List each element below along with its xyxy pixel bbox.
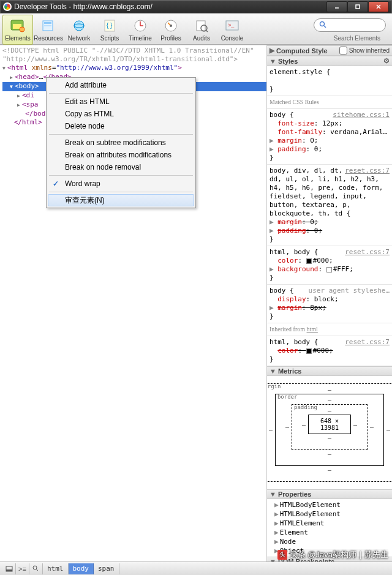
profiles-icon: [162, 17, 180, 34]
search-toggle[interactable]: [29, 563, 43, 574]
ctx-word-wrap[interactable]: ✓Word wrap: [48, 178, 194, 190]
gear-icon[interactable]: ⚙: [383, 57, 390, 65]
elements-tree[interactable]: <!DOCTYPE html PUBLIC "-//W3C//DTD XHTML…: [0, 45, 266, 562]
tab-resources[interactable]: Resources: [33, 15, 64, 45]
search-box[interactable]: Search Elements: [314, 18, 386, 32]
svg-point-19: [170, 24, 172, 27]
crumb-body[interactable]: body: [69, 563, 94, 574]
prop-item[interactable]: ▶Node: [267, 537, 392, 546]
crumb-span[interactable]: span: [94, 563, 119, 574]
svg-text:{ }: { }: [107, 22, 113, 29]
rule-reset2[interactable]: html, body {reset.css:7 color: #000; ▶ b…: [267, 246, 392, 285]
ctx-break-subtree[interactable]: Break on subtree modifications: [48, 137, 194, 149]
ctx-add-attribute[interactable]: Add attribute: [48, 79, 194, 91]
crumb-html[interactable]: html: [43, 563, 69, 574]
ctx-sep: [49, 134, 193, 135]
inherited-header: Inherited from html: [267, 323, 392, 336]
dom-html[interactable]: <html xmlns="http://www.w3.org/1999/xhtm…: [2, 64, 266, 73]
svg-rect-1: [356, 5, 360, 9]
tab-elements[interactable]: Elements: [2, 15, 33, 45]
rule-reset1[interactable]: body, div, dl, dt,reset.css:7 dd, ul, ol…: [267, 165, 392, 246]
network-icon: [70, 17, 88, 34]
svg-point-6: [20, 27, 24, 32]
attribution-watermark: 头头条 @Java架构师｜苏先生: [277, 549, 388, 560]
tab-console[interactable]: >_ Console: [217, 15, 247, 45]
prop-item[interactable]: ▶HTMLBodyElement: [267, 500, 392, 509]
section-computed[interactable]: ▶Computed StyleShow inherited: [267, 45, 392, 56]
prop-item[interactable]: ▶HTMLBodyElement: [267, 509, 392, 519]
rule-inherited[interactable]: html, body {reset.css:7 color: #000;}: [267, 336, 392, 366]
svg-point-10: [74, 21, 84, 31]
ctx-sep: [49, 93, 193, 94]
tab-timeline[interactable]: Timeline: [125, 15, 156, 45]
timeline-icon: [131, 17, 149, 34]
elements-icon: [9, 17, 27, 34]
ctx-edit-html[interactable]: Edit as HTML: [48, 96, 194, 108]
search-hint: Search Elements: [334, 35, 380, 42]
toutiao-icon: 头: [277, 550, 287, 560]
tab-audits[interactable]: Audits: [186, 15, 217, 45]
rule-body[interactable]: body {sitehome.css:1 font-size: 12px; fo…: [267, 109, 392, 165]
ctx-delete-node[interactable]: Delete node: [48, 120, 194, 132]
minimize-button[interactable]: [326, 1, 347, 12]
window-titlebar: Developer Tools - http://www.cnblogs.com…: [0, 0, 392, 13]
svg-line-22: [206, 30, 208, 32]
rule-ua[interactable]: body {user agent styleshe… display: bloc…: [267, 285, 392, 323]
section-properties[interactable]: ▼Properties: [267, 489, 392, 499]
maximize-button[interactable]: [347, 1, 368, 12]
ctx-sep: [49, 175, 193, 176]
metrics-content: 648 × 13981: [308, 415, 351, 434]
resources-icon: [39, 17, 58, 34]
matched-header: Matched CSS Rules: [267, 96, 392, 109]
tab-profiles[interactable]: Profiles: [156, 15, 186, 45]
dock-button[interactable]: [2, 563, 16, 574]
scripts-icon: { }: [100, 17, 119, 34]
svg-point-25: [320, 22, 325, 26]
close-button[interactable]: [368, 1, 389, 12]
dom-doctype[interactable]: <!DOCTYPE html PUBLIC "-//W3C//DTD XHTML…: [2, 47, 266, 64]
prop-item[interactable]: ▶Element: [267, 528, 392, 537]
audits-icon: [192, 17, 211, 34]
status-bar: >≡ html body span: [0, 562, 392, 575]
ctx-copy-html[interactable]: Copy as HTML: [48, 108, 194, 120]
ctx-break-attrs[interactable]: Break on attributes modifications: [48, 149, 194, 161]
chrome-icon: [3, 2, 12, 11]
properties-list: ▶HTMLBodyElement ▶HTMLBodyElement ▶HTMLE…: [267, 499, 392, 557]
search-icon: [319, 21, 326, 29]
prop-item[interactable]: ▶HTMLElement: [267, 519, 392, 528]
svg-rect-9: [44, 25, 51, 26]
section-metrics[interactable]: ▼Metrics: [267, 366, 392, 376]
ctx-sep: [49, 192, 193, 192]
section-styles[interactable]: ▼Styles⚙: [267, 56, 392, 66]
svg-line-26: [324, 26, 326, 28]
console-toggle[interactable]: >≡: [16, 563, 29, 574]
metrics-box: margin– – border– – padding– – 648 × 139…: [267, 376, 392, 489]
tab-network[interactable]: Network: [64, 15, 94, 45]
styles-panel: ▶Computed StyleShow inherited ▼Styles⚙ e…: [266, 45, 392, 562]
style-element[interactable]: element.style {}: [267, 66, 392, 96]
context-menu: Add attribute Edit as HTML Copy as HTML …: [46, 77, 196, 208]
window-title: Developer Tools - http://www.cnblogs.com…: [14, 2, 153, 11]
ctx-inspect[interactable]: 审查元素(N): [48, 194, 194, 206]
svg-rect-8: [44, 22, 51, 24]
svg-text:>_: >_: [228, 22, 235, 28]
ctx-break-removal[interactable]: Break on node removal: [48, 161, 194, 173]
check-icon: ✓: [53, 179, 59, 188]
svg-line-30: [36, 569, 38, 571]
svg-rect-28: [6, 569, 12, 571]
show-inherited-checkbox[interactable]: Show inherited: [339, 47, 390, 54]
tab-scripts[interactable]: { } Scripts: [94, 15, 125, 45]
console-icon: >_: [223, 17, 241, 34]
search-input[interactable]: [329, 21, 380, 29]
toolbar: Elements Resources Network { } Scripts T…: [0, 13, 392, 45]
